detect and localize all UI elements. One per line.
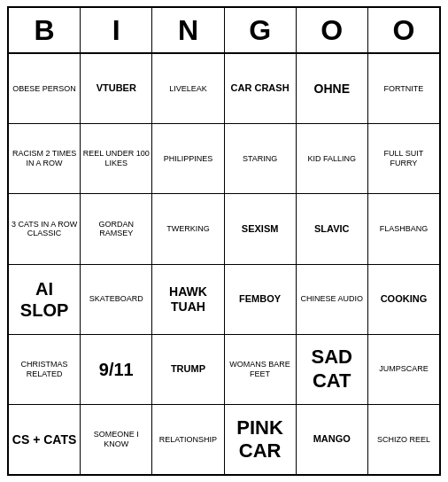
bingo-row: RACISM 2 TIMES IN A ROWREEL UNDER 100 LI… xyxy=(9,124,439,194)
bingo-cell: VTUBER xyxy=(81,54,152,123)
bingo-cell: SAD CAT xyxy=(297,335,368,404)
bingo-cell: SCHIZO REEL xyxy=(368,405,439,474)
bingo-cell: SLAVIC xyxy=(297,194,368,263)
header-letter: B xyxy=(9,8,81,52)
bingo-row: AI SLOPSKATEBOARDHAWK TUAHFEMBOYCHINESE … xyxy=(9,265,439,335)
bingo-cell: FLASHBANG xyxy=(368,194,439,263)
bingo-row: OBESE PERSONVTUBERLIVELEAKCAR CRASHOHNEF… xyxy=(9,54,439,124)
bingo-cell: SKATEBOARD xyxy=(81,265,152,334)
bingo-cell: KID FALLING xyxy=(297,124,368,193)
bingo-row: CS + CATSSOMEONE I KNOWRELATIONSHIPPINK … xyxy=(9,405,439,474)
bingo-cell: OHNE xyxy=(297,54,368,123)
bingo-card: BINGOO OBESE PERSONVTUBERLIVELEAKCAR CRA… xyxy=(7,6,441,476)
bingo-cell: HAWK TUAH xyxy=(152,265,224,334)
bingo-cell: RACISM 2 TIMES IN A ROW xyxy=(9,124,81,193)
bingo-cell: FEMBOY xyxy=(225,265,297,334)
bingo-cell: 3 CATS IN A ROW CLASSIC xyxy=(9,194,81,263)
bingo-cell: MANGO xyxy=(297,405,368,474)
bingo-cell: JUMPSCARE xyxy=(368,335,439,404)
bingo-cell: LIVELEAK xyxy=(152,54,224,123)
bingo-cell: TWERKING xyxy=(152,194,224,263)
bingo-cell: PINK CAR xyxy=(225,405,297,474)
bingo-cell: OBESE PERSON xyxy=(9,54,81,123)
bingo-cell: 9/11 xyxy=(81,335,152,404)
bingo-grid: OBESE PERSONVTUBERLIVELEAKCAR CRASHOHNEF… xyxy=(9,54,439,474)
bingo-cell: FULL SUIT FURRY xyxy=(368,124,439,193)
bingo-cell: CHINESE AUDIO xyxy=(297,265,368,334)
bingo-cell: COOKING xyxy=(368,265,439,334)
header-letter: O xyxy=(297,8,368,52)
bingo-cell: CAR CRASH xyxy=(225,54,297,123)
header-letter: O xyxy=(368,8,439,52)
header-letter: I xyxy=(81,8,152,52)
bingo-cell: TRUMP xyxy=(152,335,224,404)
bingo-cell: CHRISTMAS RELATED xyxy=(9,335,81,404)
bingo-cell: RELATIONSHIP xyxy=(152,405,224,474)
bingo-cell: PHILIPPINES xyxy=(152,124,224,193)
bingo-header: BINGOO xyxy=(9,8,439,54)
bingo-cell: SOMEONE I KNOW xyxy=(81,405,152,474)
bingo-cell: GORDAN RAMSEY xyxy=(81,194,152,263)
bingo-row: 3 CATS IN A ROW CLASSICGORDAN RAMSEYTWER… xyxy=(9,194,439,264)
bingo-cell: REEL UNDER 100 LIKES xyxy=(81,124,152,193)
bingo-cell: CS + CATS xyxy=(9,405,81,474)
bingo-row: CHRISTMAS RELATED9/11TRUMPWOMANS BARE FE… xyxy=(9,335,439,405)
bingo-cell: AI SLOP xyxy=(9,265,81,334)
header-letter: N xyxy=(152,8,224,52)
bingo-cell: SEXISM xyxy=(225,194,297,263)
header-letter: G xyxy=(225,8,297,52)
bingo-cell: STARING xyxy=(225,124,297,193)
bingo-cell: WOMANS BARE FEET xyxy=(225,335,297,404)
bingo-cell: FORTNITE xyxy=(368,54,439,123)
